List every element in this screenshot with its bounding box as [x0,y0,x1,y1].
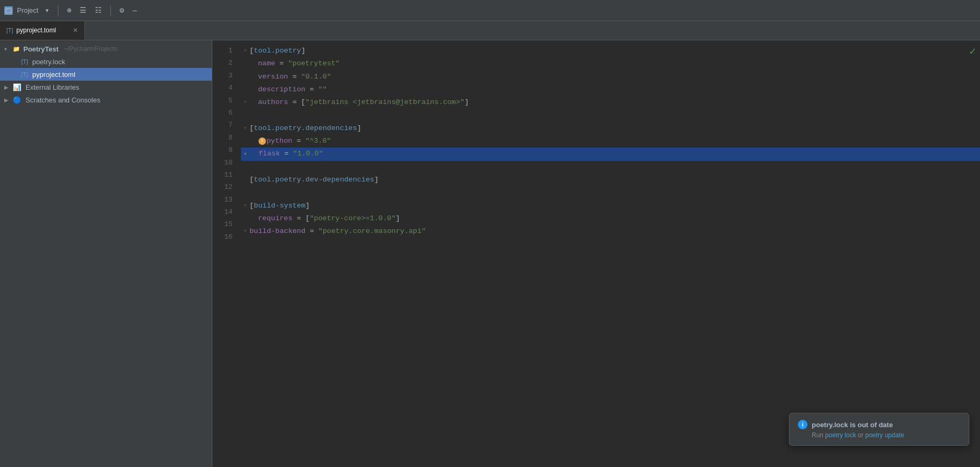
top-bar: Project ▾ ⊕ ☰ ☷ ⚙ — [0,0,980,21]
collapse-all-icon[interactable]: ☰ [78,5,89,16]
expand-all-icon[interactable]: ☷ [93,5,104,16]
fold-15[interactable]: ▾ [241,227,250,236]
notification-title: poetry.lock is out of date [812,421,893,429]
code-line-8: !python = "^3.8" [241,135,980,148]
project-sidebar: ▾ 📁 PoetryTest ~/PycharmProjects [T] poe… [0,40,212,467]
line4-key: description [258,85,305,93]
tab-pyproject[interactable]: [T] pyproject.toml ✕ [0,21,85,40]
external-libs-icon: 📊 [13,83,21,91]
code-line-16 [241,238,980,250]
fold-9[interactable]: ▾ [241,150,250,159]
line7-bracket-open: [ [250,122,254,135]
project-nav: Project ▾ ⊕ ☰ ☷ ⚙ — [4,5,217,16]
fold-5[interactable]: ▾ [241,98,250,107]
line8-val: "^3.8" [305,137,331,145]
line-num-7: 7 [212,119,233,131]
line5-bracket-close: ] [465,98,469,106]
svg-rect-1 [6,8,8,10]
line9-key: flask [259,150,280,158]
fold-13[interactable]: ▾ [241,201,250,211]
sidebar-item-scratches[interactable]: ▶ 🔵 Scratches and Consoles [0,93,212,106]
line-num-14: 14 [212,206,233,218]
line15-key: build-backend [250,227,305,235]
line5-bracket-open: [ [301,98,305,106]
line11-bracket-close: ] [374,174,379,186]
code-line-10 [241,161,980,174]
external-libs-label: External Libraries [25,83,79,91]
divider [58,5,58,16]
sidebar-item-pyproject[interactable]: [T] pyproject.toml [0,68,212,81]
line14-eq: = [293,214,305,222]
line13-bracket-open: [ [250,200,254,212]
line9-eq: = [280,150,293,158]
line11-bracket-open: [ [250,174,254,186]
line3-eq: = [288,73,301,81]
sidebar-item-external-libs[interactable]: ▶ 📊 External Libraries [0,81,212,93]
tree-arrow-external-libs: ▶ [4,84,11,90]
line3-key: version [258,73,288,81]
tab-file-icon: [T] [6,27,13,33]
line-num-8: 8 [212,132,233,144]
line11-section: tool.poetry.dev-dependencies [254,174,374,186]
line4-eq: = [305,85,318,93]
line-num-12: 12 [212,181,233,193]
line15-eq: = [305,227,318,235]
editor-area[interactable]: ✓ 1 2 3 4 5 6 7 8 9 10 11 12 13 14 15 16 [212,40,980,467]
toml-file-icon: [T] [21,71,28,77]
scratches-label: Scratches and Consoles [25,96,100,104]
sidebar-item-poetrytest[interactable]: ▾ 📁 PoetryTest ~/PycharmProjects [0,42,212,55]
line8-key: python [267,137,293,145]
line2-key: name [258,59,275,67]
line-num-11: 11 [212,169,233,181]
line14-bracket-close: ] [396,214,400,222]
notification-body: Run poetry lock or poetry update [798,431,960,439]
line-num-10: 10 [212,157,233,169]
folder-icon: 📁 [13,46,20,53]
line13-bracket-close: ] [305,200,310,212]
code-line-2: name = "poetrytest" [241,57,980,70]
line3-val: "0.1.0" [301,73,331,81]
fold-1[interactable]: ▾ [241,46,250,56]
notification-popup: i poetry.lock is out of date Run poetry … [789,413,969,446]
main-area: ▾ 📁 PoetryTest ~/PycharmProjects [T] poe… [0,40,980,467]
project-dropdown-arrow[interactable]: ▾ [42,5,51,16]
code-line-5: ▾ authors = ["jetbrains <jetbrains@jetbr… [241,96,980,109]
scratches-icon: 🔵 [13,96,21,104]
code-line-9: ▾ flask = "1.0.0" [241,148,980,160]
line1-bracket-open: [ [250,45,254,57]
line9-val: "1.0.0" [293,150,323,158]
line-num-13: 13 [212,194,233,206]
code-line-15: ▾ build-backend = "poetry.core.masonry.a… [241,225,980,238]
line-num-15: 15 [212,218,233,230]
tab-close-button[interactable]: ✕ [73,27,78,34]
line5-val: "jetbrains <jetbrains@jetbrains.com>" [305,98,465,106]
poetry-update-link[interactable]: poetry update [865,431,904,439]
code-lines[interactable]: ▾ [tool.poetry] name = "poetrytest" vers… [239,40,980,467]
project-path: ~/PycharmProjects [64,45,117,53]
fold-7[interactable]: ▾ [241,124,250,133]
line9-content: flask = "1.0.0" [258,150,324,158]
line-num-1: 1 [212,45,233,57]
notification-info-icon: i [798,420,807,429]
line-num-2: 2 [212,57,233,69]
sidebar-item-poetry-lock[interactable]: [T] poetry.lock [0,55,212,68]
add-icon[interactable]: ⊕ [65,5,73,16]
code-line-12 [241,186,980,199]
minimize-icon[interactable]: — [131,5,139,16]
pyproject-toml-label: pyproject.toml [32,71,75,79]
code-line-6 [241,109,980,122]
warning-icon: ! [259,137,266,145]
code-container: 1 2 3 4 5 6 7 8 9 10 11 12 13 14 15 16 [212,40,980,467]
notification-body-text: Run [812,431,825,439]
line13-section: build-system [254,200,305,212]
line-num-3: 3 [212,70,233,82]
poetry-lock-link[interactable]: poetry lock [825,431,856,439]
line1-section: tool.poetry [254,45,301,57]
settings-icon[interactable]: ⚙ [117,5,126,16]
project-label[interactable]: Project [17,6,38,14]
code-line-7: ▾ [tool.poetry.dependencies] [241,122,980,135]
line-numbers: 1 2 3 4 5 6 7 8 9 10 11 12 13 14 15 16 [212,40,239,467]
line5-eq: = [288,98,301,106]
code-line-14: requires = ["poetry-core>=1.0.0"] [241,212,980,225]
poetry-lock-label: poetry.lock [32,58,65,66]
